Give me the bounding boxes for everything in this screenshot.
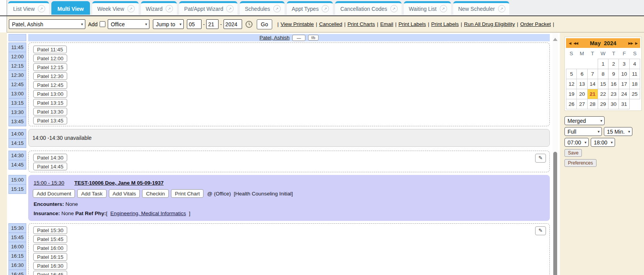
appointment-action-add-task[interactable]: Add Task [77,189,106,198]
appointment-action-checkin[interactable]: Checkin [142,189,169,198]
calendar-day-17[interactable]: 17 [619,79,629,89]
slot-button[interactable]: Patel 12:45 [33,81,67,89]
tab-wizard[interactable]: Wizard↗ [141,1,177,15]
facility-select[interactable]: Office ▾ [108,19,149,29]
calendar-day-29[interactable]: 29 [598,99,608,109]
tab-cancellation-codes[interactable]: Cancellation Codes↗ [335,1,401,15]
tab-multi-view[interactable]: Multi View [51,1,90,15]
minimize-provider-button[interactable]: — [292,35,305,41]
edit-availability-button[interactable]: ✎ [535,226,546,235]
open-in-new-icon[interactable]: ↗ [498,5,505,12]
tab-new-scheduler[interactable]: New Scheduler↗ [453,1,509,15]
slot-button[interactable]: Patel 13:15 [33,99,67,107]
appointment-action-print-chart[interactable]: Print Chart [171,189,204,198]
interval-select[interactable]: 15 Min. ▾ [604,127,632,136]
open-in-new-icon[interactable]: ↗ [440,5,447,12]
save-button[interactable]: Save [564,149,582,157]
jump-to-select[interactable]: Jump to ▾ [153,19,184,29]
prev-month-icon[interactable]: ◀ [569,41,571,45]
appointment-action-add-vitals[interactable]: Add Vitals [109,189,140,198]
toolbar-link-view-printable-0[interactable]: View Printable [281,21,314,27]
slot-button[interactable]: Patel 12:30 [33,72,67,80]
scroll-up-arrow-icon[interactable] [553,38,558,41]
calendar-day-5[interactable]: 5 [566,69,577,79]
calendar-day-20[interactable]: 20 [576,89,587,99]
tab-waiting-list[interactable]: Waiting List↗ [404,1,451,15]
calendar-day-28[interactable]: 28 [587,99,598,109]
size-mode-select[interactable]: Full ▾ [564,127,602,136]
go-button[interactable]: Go [257,19,273,29]
provider-select[interactable]: Patel, Ashish ▾ [9,19,85,29]
next-month-icon[interactable]: ▶ [635,41,637,45]
toolbar-link-print-labels-5[interactable]: Print Labels [431,21,459,27]
slot-button[interactable]: Patel 14:45 [33,163,67,170]
slot-button[interactable]: Patel 16:15 [33,253,67,261]
calendar-day-2[interactable]: 2 [608,59,619,69]
scrollbar-thumb[interactable] [553,152,557,275]
calendar-day-11[interactable]: 11 [629,69,640,79]
calendar-day-8[interactable]: 8 [598,69,608,79]
start-time-select[interactable]: 07:00 ▾ [564,138,589,147]
provider-header-link[interactable]: Patel, Ashish [259,35,290,41]
toolbar-link-order-packet-7[interactable]: Order Packet [520,21,551,27]
ref-phy-link[interactable]: Engineering, Medical Informatics [110,210,186,216]
calendar-day-6[interactable]: 6 [576,69,587,79]
calendar-day-26[interactable]: 26 [566,99,577,109]
calendar-day-12[interactable]: 12 [566,79,577,89]
calendar-day-21[interactable]: 21 [587,89,598,99]
date-year-input[interactable] [224,19,242,29]
calendar-day-27[interactable]: 27 [576,99,587,109]
slot-button[interactable]: Patel 15:45 [33,235,67,243]
preferences-button[interactable]: Preferences [564,159,597,167]
calendar-day-10[interactable]: 10 [619,69,629,79]
slot-button[interactable]: Patel 14:30 [33,154,67,161]
date-day-input[interactable] [206,19,219,29]
calendar-day-16[interactable]: 16 [608,79,619,89]
slot-button[interactable]: Patel 13:00 [33,90,67,98]
calendar-day-31[interactable]: 31 [619,99,629,109]
calendar-day-22[interactable]: 22 [598,89,608,99]
calendar-day-30[interactable]: 30 [608,99,619,109]
clock-icon[interactable] [245,20,253,28]
open-in-new-icon[interactable]: ↗ [166,5,173,12]
calendar-day-25[interactable]: 25 [629,89,640,99]
calendar-day-15[interactable]: 15 [598,79,608,89]
calendar-day-3[interactable]: 3 [619,59,629,69]
tab-appt-types[interactable]: Appt Types↗ [287,1,333,15]
slot-button[interactable]: Patel 12:00 [33,54,67,62]
appointment-time-link[interactable]: 15:00 - 15:30 [34,180,64,186]
appointment-block[interactable]: 15:00 - 15:30TEST-10006 Doe, Jane M 05-0… [28,175,550,221]
toolbar-link-email-3[interactable]: Email [380,21,393,27]
view-mode-select[interactable]: Merged ▾ [564,116,605,125]
slot-button[interactable]: Patel 15:30 [33,226,67,234]
toolbar-link-print-charts-2[interactable]: Print Charts [347,21,375,27]
open-in-new-icon[interactable]: ↗ [322,5,329,12]
calendar-day-7[interactable]: 7 [587,69,598,79]
calendar-day-19[interactable]: 19 [566,89,577,99]
tab-schedules[interactable]: Schedules↗ [240,1,284,15]
calendar-day-14[interactable]: 14 [587,79,598,89]
slot-button[interactable]: Patel 16:00 [33,244,67,252]
slot-button[interactable]: Patel 12:15 [33,63,67,71]
slot-button[interactable]: Patel 16:30 [33,262,67,270]
end-time-select[interactable]: 18:00 ▾ [591,138,615,147]
appointment-action-add-document[interactable]: Add Document [33,189,75,198]
add-checkbox[interactable] [100,21,105,27]
calendar-day-1[interactable]: 1 [598,59,608,69]
calendar-day-18[interactable]: 18 [629,79,640,89]
open-in-new-icon[interactable]: ↗ [127,5,135,12]
calendar-day-9[interactable]: 9 [608,69,619,79]
slot-button[interactable]: Patel 13:45 [33,117,67,124]
tab-list-view[interactable]: List View↗ [8,1,49,15]
vertical-scrollbar[interactable] [552,33,558,275]
calendar-day-13[interactable]: 13 [576,79,587,89]
tab-week-view[interactable]: Week View↗ [92,1,139,15]
calendar-day-23[interactable]: 23 [608,89,619,99]
toolbar-link-cancelled-1[interactable]: Cancelled [319,21,342,27]
toolbar-link-print-labels-4[interactable]: Print Labels [398,21,426,27]
open-in-new-icon[interactable]: ↗ [226,5,234,12]
open-in-new-icon[interactable]: ↗ [38,5,45,12]
slot-button[interactable]: Patel 16:45 [33,271,67,275]
open-in-new-icon[interactable]: ↗ [273,5,281,12]
edit-availability-button[interactable]: ✎ [535,154,546,163]
